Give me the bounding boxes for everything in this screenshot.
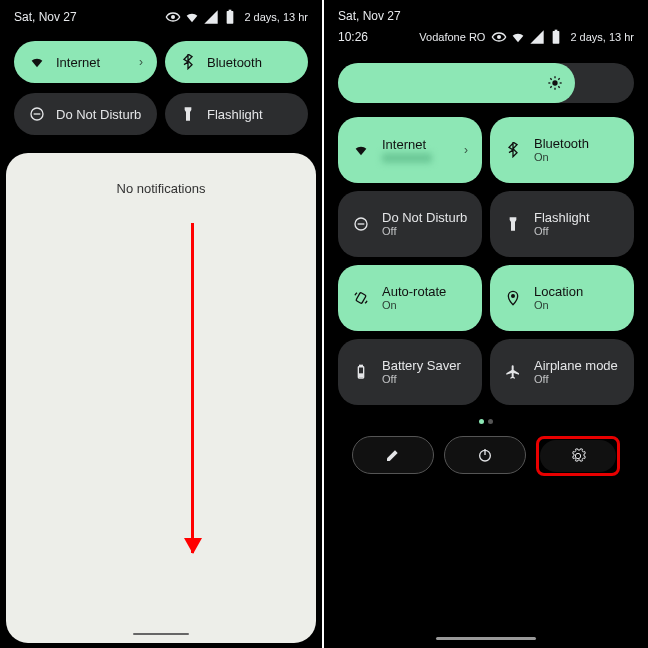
status-right: 2 days, 13 hr [165, 9, 308, 25]
no-notifications-text: No notifications [117, 181, 206, 196]
svg-rect-19 [356, 292, 366, 303]
page-dot-active [479, 419, 484, 424]
right-phone-screenshot: Sat, Nov 27 10:26 Vodafone RO 2 days, 13… [324, 0, 648, 648]
tile-status: On [534, 151, 589, 164]
pencil-icon [385, 447, 401, 463]
chevron-right-icon: › [139, 55, 143, 69]
svg-point-0 [171, 15, 175, 19]
power-icon [477, 447, 493, 463]
chevron-right-icon: › [464, 143, 468, 157]
tile-label: Do Not Disturb [56, 107, 141, 122]
tile-label: Internet [56, 55, 100, 70]
battery-icon [352, 364, 370, 380]
svg-rect-22 [360, 365, 363, 366]
wifi-status-icon [510, 29, 526, 45]
svg-point-20 [512, 295, 515, 298]
bluetooth-icon [179, 54, 197, 70]
battery-status-icon [222, 9, 238, 25]
svg-rect-7 [555, 30, 558, 31]
power-button[interactable] [444, 436, 526, 474]
page-indicator [324, 413, 648, 430]
tile-status: Off [382, 373, 461, 386]
battery-status-icon [548, 29, 564, 45]
flashlight-icon [179, 106, 197, 122]
status-countdown: 2 days, 13 hr [244, 11, 308, 23]
status-bar-2: 10:26 Vodafone RO 2 days, 13 hr [324, 25, 648, 53]
rotate-icon [352, 290, 370, 306]
tile-label: Bluetooth [534, 136, 589, 152]
tile-label: Flashlight [534, 210, 590, 226]
signal-status-icon [529, 29, 545, 45]
quick-settings-grid: Internet›BluetoothOnDo Not DisturbOffFla… [324, 109, 648, 413]
bluetooth-tile[interactable]: Bluetooth [165, 41, 308, 83]
wifi-icon [28, 54, 46, 70]
status-time: 10:26 [338, 30, 368, 44]
status-right: Vodafone RO 2 days, 13 hr [419, 29, 634, 45]
tile-label: Airplane mode [534, 358, 618, 374]
tile-label: Internet [382, 137, 432, 153]
edit-button[interactable] [352, 436, 434, 474]
tile-label: Bluetooth [207, 55, 262, 70]
gear-icon [570, 448, 586, 464]
dnd-icon [352, 216, 370, 232]
status-countdown: 2 days, 13 hr [570, 31, 634, 43]
auto-rotate-tile[interactable]: Auto-rotateOn [338, 265, 482, 331]
flashlight-tile[interactable]: FlashlightOff [490, 191, 634, 257]
airplane-icon [504, 364, 522, 380]
status-icons [491, 29, 564, 45]
red-arrow-annotation [191, 223, 194, 553]
tile-status: On [382, 299, 446, 312]
flashlight-tile[interactable]: Flashlight [165, 93, 308, 135]
tile-label: Auto-rotate [382, 284, 446, 300]
nav-bar-handle[interactable] [436, 637, 536, 640]
bt-icon [504, 142, 522, 158]
svg-rect-23 [360, 374, 363, 377]
signal-status-icon [203, 9, 219, 25]
tile-label: Do Not Disturb [382, 210, 467, 226]
dnd-tile[interactable]: Do Not Disturb [14, 93, 157, 135]
svg-line-15 [550, 86, 551, 87]
tile-status-redacted [382, 153, 432, 163]
internet-tile[interactable]: Internet › [14, 41, 157, 83]
brightness-icon [547, 75, 563, 91]
brightness-slider[interactable] [324, 53, 648, 109]
battery-saver-tile[interactable]: Battery SaverOff [338, 339, 482, 405]
tile-status: On [534, 299, 583, 312]
notification-panel[interactable]: No notifications [6, 153, 316, 643]
tile-label: Location [534, 284, 583, 300]
page-dot [488, 419, 493, 424]
left-phone-screenshot: Sat, Nov 27 2 days, 13 hr Internet › Blu… [0, 0, 324, 648]
settings-button[interactable] [540, 440, 616, 472]
airplane-mode-tile[interactable]: Airplane modeOff [490, 339, 634, 405]
svg-point-8 [552, 80, 557, 85]
tile-status: Off [382, 225, 467, 238]
svg-rect-6 [553, 31, 560, 44]
svg-line-14 [558, 86, 559, 87]
status-carrier: Vodafone RO [419, 31, 485, 43]
eye-icon [165, 9, 181, 25]
svg-rect-1 [227, 11, 234, 24]
svg-point-5 [497, 35, 501, 39]
tile-label: Battery Saver [382, 358, 461, 374]
wifi-icon [352, 142, 370, 158]
drag-handle[interactable] [133, 633, 189, 635]
flash-icon [504, 216, 522, 232]
svg-rect-2 [229, 10, 232, 11]
location-icon [504, 290, 522, 306]
tile-status: Off [534, 373, 618, 386]
tile-label: Flashlight [207, 107, 263, 122]
dnd-icon [28, 106, 46, 122]
svg-line-13 [550, 78, 551, 79]
eye-icon [491, 29, 507, 45]
do-not-disturb-tile[interactable]: Do Not DisturbOff [338, 191, 482, 257]
quick-settings-row-1: Internet › Bluetooth [0, 31, 322, 93]
internet-tile[interactable]: Internet› [338, 117, 482, 183]
bluetooth-tile[interactable]: BluetoothOn [490, 117, 634, 183]
svg-line-16 [558, 78, 559, 79]
status-date: Sat, Nov 27 [14, 10, 77, 24]
status-bar: Sat, Nov 27 2 days, 13 hr [0, 0, 322, 31]
settings-highlight-annotation [536, 436, 620, 476]
location-tile[interactable]: LocationOn [490, 265, 634, 331]
quick-settings-row-2: Do Not Disturb Flashlight [0, 93, 322, 145]
status-bar: Sat, Nov 27 [324, 0, 648, 25]
